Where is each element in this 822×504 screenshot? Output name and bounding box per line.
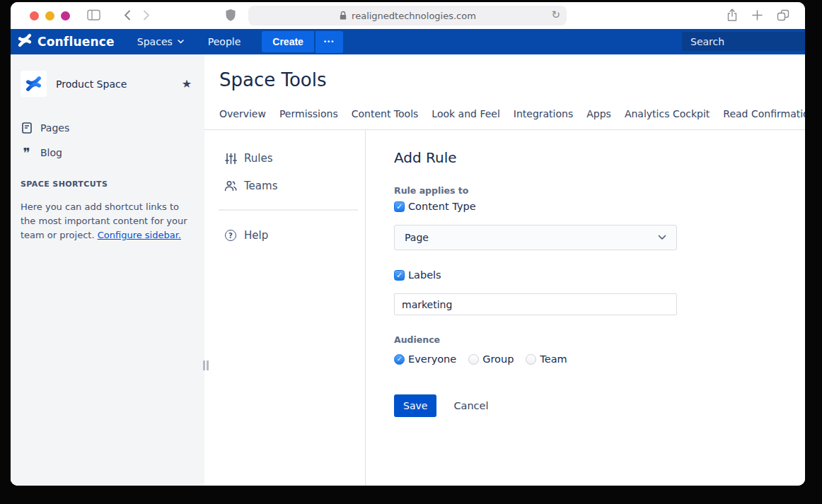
team-label: Team [540, 353, 567, 365]
tools-nav-item-rules[interactable]: Rules [224, 152, 365, 165]
chevron-down-icon [658, 235, 666, 240]
tools-nav-item-help[interactable]: Help [224, 229, 365, 242]
cancel-button[interactable]: Cancel [453, 400, 488, 411]
main-body: Rules Teams Help [204, 130, 805, 486]
tools-nav-label: Help [244, 229, 268, 242]
tab-overview[interactable]: Overview [219, 108, 266, 119]
quote-icon [21, 149, 33, 156]
chevron-down-icon [178, 40, 184, 44]
space-tools-tabs: Overview Permissions Content Tools Look … [219, 108, 805, 129]
everyone-label: Everyone [408, 353, 456, 365]
space-tools-header: Space Tools Overview Permissions Content… [204, 54, 805, 130]
content-type-select[interactable]: Page [394, 225, 677, 250]
group-label: Group [482, 353, 514, 365]
share-icon[interactable] [727, 8, 738, 25]
sidebar-item-label: Pages [40, 122, 69, 134]
sidebar-item-pages[interactable]: Pages [21, 122, 195, 134]
tab-overview-icon[interactable] [777, 9, 789, 24]
tab-apps[interactable]: Apps [586, 108, 611, 119]
minimize-window-button[interactable] [45, 11, 54, 20]
content-type-selected-value: Page [405, 232, 429, 243]
save-button[interactable]: Save [394, 394, 436, 417]
space-name: Product Space [56, 78, 127, 90]
titlebar-right-buttons [727, 8, 789, 25]
reload-icon[interactable]: ↻ [551, 8, 560, 21]
content-type-check-row: Content Type [394, 201, 677, 212]
audience-label: Audience [394, 334, 677, 345]
tab-analytics-cockpit[interactable]: Analytics Cockpit [625, 108, 710, 119]
form-title: Add Rule [394, 149, 677, 166]
content-type-label: Content Type [408, 201, 476, 212]
browser-window: realignedtechnologies.com ↻ [11, 2, 805, 486]
space-sidebar-nav: Pages Blog [21, 122, 195, 158]
everyone-radio[interactable] [394, 354, 405, 365]
brand-name: Confluence [37, 35, 115, 49]
lock-icon [339, 11, 347, 20]
space-shortcuts-header: SPACE SHORTCUTS [21, 180, 195, 189]
url-text: realignedtechnologies.com [352, 11, 476, 21]
tab-content-tools[interactable]: Content Tools [352, 108, 419, 119]
add-rule-form: Add Rule Rule applies to Content Type Pa… [366, 130, 677, 486]
tab-read-confirmations[interactable]: Read Confirmations [723, 108, 805, 119]
content-type-checkbox[interactable] [394, 201, 405, 212]
tools-nav-label: Rules [244, 152, 272, 165]
zoom-window-button[interactable] [61, 11, 70, 20]
configure-sidebar-link[interactable]: Configure sidebar. [98, 230, 181, 240]
space-shortcuts-text: Here you can add shortcut links to the m… [21, 200, 195, 242]
labels-checkbox[interactable] [394, 270, 405, 281]
confluence-navbar: Confluence Spaces People Create ••• [11, 29, 805, 54]
create-button[interactable]: Create [262, 31, 314, 52]
appnav-menu: Spaces People [137, 36, 241, 47]
sidebar-toggle-icon[interactable] [87, 9, 100, 24]
page-title: Space Tools [219, 69, 805, 90]
page-content: Product Space Pages Blog SPACE SHO [11, 54, 805, 486]
sidebar-item-blog[interactable]: Blog [21, 147, 195, 158]
audience-option-everyone[interactable]: Everyone [394, 353, 456, 365]
tools-nav: Rules Teams Help [204, 130, 366, 486]
nav-spaces-label: Spaces [137, 36, 173, 47]
new-tab-icon[interactable] [752, 10, 763, 23]
main-area: Space Tools Overview Permissions Content… [204, 54, 805, 486]
space-sidebar: Product Space Pages Blog SPACE SHO [11, 54, 204, 486]
tools-nav-item-teams[interactable]: Teams [224, 180, 365, 192]
nav-people-label: People [208, 36, 241, 47]
confluence-logo-icon [17, 33, 33, 51]
labels-input[interactable] [394, 293, 677, 315]
tools-nav-label: Teams [244, 180, 277, 192]
audience-radio-row: Everyone Group Team [394, 353, 677, 365]
form-actions: Save Cancel [394, 394, 677, 417]
forward-icon[interactable] [143, 10, 150, 23]
traffic-lights [30, 11, 70, 20]
tab-integrations[interactable]: Integrations [514, 108, 573, 119]
back-icon[interactable] [124, 10, 131, 23]
close-window-button[interactable] [30, 11, 39, 20]
labels-label: Labels [408, 269, 441, 281]
people-icon [224, 180, 237, 192]
sidebar-item-label: Blog [40, 147, 62, 158]
address-bar[interactable]: realignedtechnologies.com ↻ [248, 6, 567, 25]
tab-permissions[interactable]: Permissions [279, 108, 338, 119]
audience-option-group[interactable]: Group [468, 353, 514, 365]
sidebar-resize-handle[interactable] [203, 361, 209, 370]
search-input[interactable] [682, 32, 805, 51]
audience-option-team[interactable]: Team [526, 353, 567, 365]
team-radio[interactable] [526, 354, 536, 365]
privacy-shield-icon[interactable] [225, 8, 236, 25]
browser-titlebar: realignedtechnologies.com ↻ [11, 2, 805, 29]
sliders-icon [224, 153, 237, 165]
favorite-star-icon[interactable] [182, 77, 192, 90]
nav-spaces[interactable]: Spaces [137, 36, 184, 47]
space-logo-icon[interactable] [21, 71, 47, 97]
nav-people[interactable]: People [208, 36, 241, 47]
space-header: Product Space [21, 71, 195, 97]
rule-applies-label: Rule applies to [394, 185, 677, 196]
tab-look-and-feel[interactable]: Look and Feel [432, 108, 499, 119]
confluence-brand[interactable]: Confluence [17, 33, 115, 51]
help-icon [224, 230, 237, 241]
labels-check-row: Labels [394, 269, 677, 281]
page-icon [21, 122, 33, 134]
group-radio[interactable] [468, 354, 479, 365]
tools-nav-divider [219, 209, 358, 211]
more-button[interactable]: ••• [316, 31, 343, 53]
